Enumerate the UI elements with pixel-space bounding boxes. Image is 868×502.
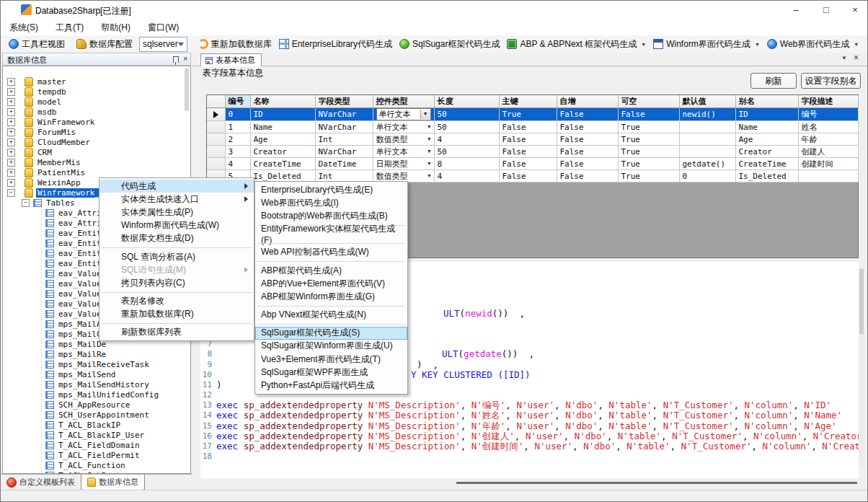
dropdown-arrow-icon[interactable]: ▼ — [755, 42, 760, 47]
control-type-cell[interactable]: 日期类型▼ — [376, 159, 431, 169]
grid-cell[interactable]: 创建人 — [798, 146, 858, 158]
toolbar-reload-button[interactable]: 重新加载数据库 — [195, 36, 275, 52]
menu-window[interactable]: 窗口(W) — [139, 19, 187, 35]
expand-plus-icon[interactable]: + — [7, 108, 15, 116]
tree-table-item[interactable]: mps_MailReceiveTask — [3, 359, 190, 369]
grid-cell[interactable]: False — [618, 108, 679, 121]
grid-cell[interactable]: False — [557, 158, 618, 170]
grid-cell[interactable]: getdate() — [679, 158, 735, 170]
grid-cell[interactable]: NVarChar — [315, 121, 373, 133]
menu-item[interactable]: Winform界面代码生成(W) — [99, 219, 254, 232]
tree-table-item[interactable]: T_ACL_BlackIP — [3, 420, 190, 430]
db-type-select[interactable]: sqlserver — [139, 37, 187, 52]
grid-row[interactable]: 4CreateTimeDateTime日期类型▼8FalseFalseTrueg… — [207, 158, 858, 170]
grid-cell[interactable]: False — [499, 121, 557, 133]
grid-cell[interactable]: CreateTime — [735, 158, 798, 170]
grid-cell[interactable]: 50 — [434, 121, 499, 133]
grid-cell[interactable]: 单行文本▼ — [373, 146, 434, 158]
control-type-cell[interactable]: 单行文本▼ — [376, 122, 431, 133]
code-vertical-scrollbar-thumb[interactable] — [859, 269, 864, 334]
grid-cell[interactable]: 4 — [434, 133, 499, 146]
panel-bottom-tab[interactable]: 自定义模板列表 — [1, 475, 81, 490]
toolbar-db-config-button[interactable]: 数据库配置 — [73, 36, 136, 52]
tree-database-item[interactable]: +CloudMember — [3, 137, 190, 147]
menu-item[interactable]: ABP的Vue+Element界面代码(V) — [255, 277, 407, 290]
tree-table-item[interactable]: T_ACL_Function — [3, 460, 190, 470]
grid-cell[interactable]: True — [618, 158, 679, 170]
menu-item[interactable]: 拷贝列表内容(C) — [99, 276, 254, 289]
menu-item[interactable]: Vue3+Element界面代码生成(T) — [255, 353, 407, 366]
grid-column-header[interactable]: 默认值 — [679, 95, 735, 108]
menu-item[interactable]: 重新加载数据库(R) — [99, 308, 254, 321]
grid-cell[interactable]: True — [618, 121, 679, 133]
row-selector-cell[interactable] — [207, 146, 225, 158]
grid-cell[interactable] — [679, 121, 735, 133]
combobox-dropdown-icon[interactable]: ▼ — [428, 173, 430, 179]
grid-cell[interactable] — [679, 146, 735, 158]
expand-minus-icon[interactable]: − — [7, 189, 15, 197]
grid-cell[interactable]: 单行文本▼ — [373, 108, 434, 121]
tab-close-icon[interactable]: × — [854, 53, 859, 63]
pin-icon[interactable] — [173, 56, 179, 63]
close-button[interactable]: × — [841, 1, 868, 19]
grid-cell[interactable] — [679, 133, 735, 146]
grid-cell[interactable]: 日期类型▼ — [373, 158, 434, 170]
maximize-button[interactable]: □ — [811, 1, 841, 19]
grid-column-header[interactable]: 编号 — [225, 95, 250, 108]
combobox-dropdown-icon[interactable]: ▼ — [428, 124, 430, 130]
menu-item[interactable]: Abp VNext框架代码生成(N) — [255, 309, 407, 322]
grid-column-header[interactable]: 字段类型 — [315, 95, 373, 108]
tree-table-item[interactable]: mps_MailSend — [3, 369, 190, 379]
menu-item[interactable]: 表别名修改 — [99, 295, 254, 308]
toolbar-winform-button[interactable]: Winform界面代码生成 ▼ — [650, 36, 763, 52]
tree-database-item[interactable]: +model — [3, 97, 190, 107]
tree-table-item[interactable]: mps_MailSendHistory — [3, 379, 190, 389]
toolbar-enterpriselibrary-button[interactable]: EnterpriseLibrary代码生成 — [275, 36, 396, 52]
grid-row[interactable]: 1NameNVarChar单行文本▼50FalseFalseTrueName姓名 — [207, 121, 858, 133]
grid-column-header[interactable]: 可空 — [618, 95, 679, 108]
tree-database-item[interactable]: +master — [3, 76, 190, 87]
grid-cell[interactable]: NVarChar — [315, 108, 373, 121]
row-selector-cell[interactable] — [207, 133, 225, 146]
combobox-dropdown-icon[interactable]: ▼ — [428, 136, 430, 142]
menu-item[interactable]: SqlSugar框架Winform界面生成(U) — [255, 340, 407, 353]
menu-item[interactable]: 数据库文档生成(D) — [99, 232, 254, 245]
grid-cell[interactable]: Age — [735, 133, 798, 146]
grid-cell[interactable]: 数值类型▼ — [373, 170, 434, 182]
menu-item[interactable]: 实体类生成快速入口 — [99, 193, 254, 206]
set-field-alias-button[interactable]: 设置字段别名 — [801, 73, 861, 89]
row-selector-cell[interactable] — [207, 108, 225, 121]
grid-cell[interactable]: 3 — [225, 146, 250, 158]
grid-cell[interactable]: False — [557, 146, 618, 158]
combobox-dropdown-icon[interactable]: ▼ — [428, 161, 430, 167]
dropdown-arrow-icon[interactable]: ▼ — [854, 42, 859, 47]
menu-item[interactable]: SqlSugar框架代码生成(S) — [255, 327, 407, 340]
grid-cell[interactable]: 创建时间 — [798, 158, 858, 170]
tree-database-item[interactable]: +CRM — [3, 147, 190, 157]
grid-column-header[interactable]: 名称 — [250, 95, 315, 108]
control-type-cell[interactable]: 单行文本▼ — [376, 146, 431, 157]
menu-item[interactable]: Web API控制器代码生成(W) — [255, 246, 407, 259]
grid-cell[interactable]: 年龄 — [798, 133, 858, 146]
grid-row[interactable]: 0IDNVarChar单行文本▼50TrueFalseFalsenewid()I… — [207, 108, 858, 121]
grid-cell[interactable]: 0 — [679, 170, 735, 182]
menu-item[interactable]: Bootstrap的Web界面代码生成(B) — [255, 209, 407, 222]
tree-database-item[interactable]: +msdb — [3, 107, 190, 117]
expand-plus-icon[interactable]: + — [7, 138, 15, 146]
row-selector-cell[interactable] — [207, 121, 225, 133]
menu-system[interactable]: 系统(S) — [1, 19, 47, 35]
grid-cell[interactable] — [798, 170, 858, 182]
menu-item[interactable]: EnterpriseLibrary代码生成(E) — [255, 183, 407, 196]
minimize-button[interactable]: – — [781, 1, 811, 19]
tab-table-info[interactable]: 表基本信息 — [200, 53, 262, 66]
expand-plus-icon[interactable]: + — [7, 128, 15, 136]
grid-cell[interactable]: False — [557, 108, 618, 121]
tree-database-item[interactable]: +tempdb — [3, 87, 190, 97]
refresh-button[interactable]: 刷新 — [750, 73, 797, 89]
tree-scrollbar[interactable] — [185, 68, 189, 111]
grid-cell[interactable]: Is_Deleted — [250, 170, 315, 182]
grid-cell[interactable]: Is_Deleted — [735, 170, 798, 182]
tree-table-item[interactable]: mps_MailUnifiedConfig — [3, 389, 190, 400]
grid-column-header[interactable]: 字段描述 — [798, 95, 858, 108]
toolbar-view-button[interactable]: 工具栏视图 — [5, 36, 68, 52]
